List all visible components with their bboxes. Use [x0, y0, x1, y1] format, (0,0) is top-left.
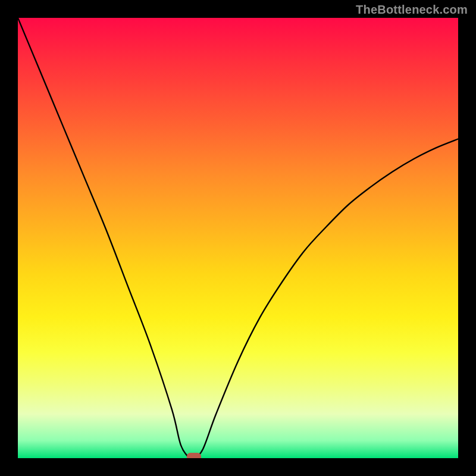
curve-svg [18, 18, 458, 458]
watermark-text: TheBottleneck.com [356, 3, 468, 17]
bottleneck-curve [18, 18, 458, 458]
chart-frame: TheBottleneck.com [0, 0, 476, 476]
min-marker [187, 453, 201, 458]
curve-group [18, 18, 458, 458]
plot-area [18, 18, 458, 458]
